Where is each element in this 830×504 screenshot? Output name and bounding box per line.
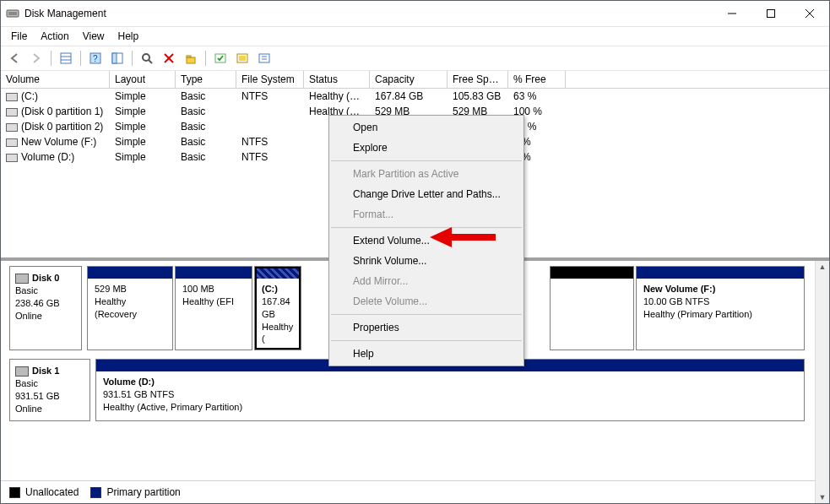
partition-stripe	[88, 267, 172, 279]
back-button[interactable]	[4, 48, 24, 68]
volume-row[interactable]: (C:)SimpleBasicNTFSHealthy (B...167.84 G…	[1, 89, 829, 104]
context-menu-item[interactable]: Shrink Volume...	[329, 251, 523, 271]
partition[interactable]: New Volume (F:)10.00 GB NTFSHealthy (Pri…	[636, 266, 805, 350]
partition[interactable]: Volume (D:)931.51 GB NTFSHealthy (Active…	[95, 359, 805, 420]
volume-name: (C:)	[21, 90, 38, 102]
volume-icon	[6, 123, 18, 132]
context-menu-separator	[331, 314, 522, 315]
context-menu-item[interactable]: Explore	[329, 138, 523, 158]
disk-info[interactable]: Disk 1Basic931.51 GBOnline	[9, 359, 90, 420]
volume-layout: Simple	[110, 89, 176, 103]
partition-line: 167.84 GB	[262, 295, 294, 321]
menu-file[interactable]: File	[4, 29, 34, 44]
volume-status: Healthy (B...	[304, 89, 370, 103]
help-button[interactable]: ?	[85, 48, 106, 68]
svg-rect-6	[61, 53, 71, 63]
partition[interactable]: 100 MBHealthy (EFI	[175, 266, 252, 350]
action-c-button[interactable]	[254, 48, 274, 68]
volume-icon	[6, 93, 18, 101]
minimize-button[interactable]	[713, 1, 751, 26]
window-controls	[713, 1, 829, 26]
partition-line: 100 MB	[182, 283, 245, 295]
col-freespace[interactable]: Free Spa...	[448, 71, 508, 88]
volume-name: (Disk 0 partition 2)	[21, 121, 103, 133]
partition-line: 529 MB	[95, 283, 165, 295]
disk-info[interactable]: Disk 0Basic238.46 GBOnline	[9, 266, 82, 350]
context-menu-item: Mark Partition as Active	[329, 164, 523, 184]
disk-row: Disk 1Basic931.51 GBOnlineVolume (D:)931…	[9, 359, 806, 420]
context-menu-item[interactable]: Extend Volume...	[329, 230, 523, 251]
disk-name: Disk 1	[32, 366, 59, 376]
action-a-button[interactable]	[210, 48, 231, 68]
new-volume-button[interactable]	[181, 48, 201, 68]
context-menu-item[interactable]: Help	[329, 344, 523, 364]
context-menu-item[interactable]: Properties	[329, 317, 523, 338]
svg-rect-21	[239, 56, 246, 61]
details-button[interactable]	[56, 48, 76, 68]
volume-layout: Simple	[110, 150, 176, 164]
disk-size: 931.51 GB	[15, 390, 84, 403]
partition[interactable]: 529 MBHealthy (Recovery	[87, 266, 173, 350]
legend-unallocated: Unallocated	[9, 486, 79, 498]
partition-line: 931.51 GB NTFS	[103, 388, 797, 401]
svg-rect-12	[112, 53, 117, 63]
vertical-scrollbar[interactable]: ▲ ▼	[815, 261, 829, 503]
col-filesystem[interactable]: File System	[236, 71, 304, 88]
volume-fs: NTFS	[236, 89, 304, 103]
volume-type: Basic	[176, 135, 236, 149]
partition-line: Healthy (Recovery	[95, 295, 165, 321]
delete-button[interactable]	[159, 48, 179, 68]
volume-name: New Volume (F:)	[21, 136, 96, 148]
menu-action[interactable]: Action	[34, 29, 75, 44]
scroll-up-icon[interactable]: ▲	[819, 263, 827, 271]
volume-name: Volume (D:)	[21, 151, 74, 163]
col-status[interactable]: Status	[304, 71, 370, 88]
maximize-button[interactable]	[751, 1, 790, 26]
context-menu: OpenExploreMark Partition as ActiveChang…	[328, 115, 524, 366]
volume-icon	[6, 108, 18, 117]
close-button[interactable]	[790, 1, 829, 26]
volume-type: Basic	[176, 120, 236, 133]
menu-view[interactable]: View	[76, 29, 111, 44]
menu-help[interactable]: Help	[111, 29, 146, 44]
svg-text:?: ?	[93, 54, 98, 63]
disk-name: Disk 0	[32, 273, 59, 283]
volume-name: (Disk 0 partition 1)	[21, 106, 103, 117]
partition-stripe	[637, 267, 804, 279]
col-capacity[interactable]: Capacity	[370, 71, 448, 88]
partition-unallocated[interactable]	[550, 266, 634, 350]
disk-status: Online	[15, 403, 84, 415]
panel-button[interactable]	[107, 48, 127, 68]
context-menu-separator	[331, 340, 522, 341]
disk-type: Basic	[15, 285, 76, 297]
action-b-button[interactable]	[232, 48, 252, 68]
volume-icon	[6, 154, 18, 162]
volume-layout: Simple	[110, 135, 176, 149]
context-menu-item[interactable]: Open	[329, 117, 523, 138]
toolbar: ?	[1, 46, 829, 71]
disk-size: 238.46 GB	[15, 297, 76, 310]
svg-rect-17	[187, 57, 195, 63]
app-icon	[6, 7, 19, 20]
col-volume[interactable]: Volume	[1, 71, 110, 88]
partition-line: Healthy (Primary Partition)	[643, 308, 797, 321]
volume-pct: 63 %	[508, 89, 566, 103]
scroll-down-icon[interactable]: ▼	[819, 493, 827, 501]
volume-fs: NTFS	[236, 135, 304, 149]
volume-fs: NTFS	[236, 150, 304, 164]
partition-container: Volume (D:)931.51 GB NTFSHealthy (Active…	[95, 359, 806, 420]
rescan-button[interactable]	[137, 48, 157, 68]
col-layout[interactable]: Layout	[110, 71, 176, 88]
partition[interactable]: (C:)167.84 GBHealthy (	[254, 266, 301, 350]
col-pctfree[interactable]: % Free	[508, 71, 566, 88]
volume-type: Basic	[176, 150, 236, 164]
titlebar: Disk Management	[1, 1, 829, 27]
volume-layout: Simple	[110, 120, 176, 133]
context-menu-separator	[331, 160, 522, 161]
menubar: File Action View Help	[1, 27, 829, 46]
context-menu-item: Delete Volume...	[329, 291, 523, 312]
context-menu-item[interactable]: Change Drive Letter and Paths...	[329, 184, 523, 204]
col-type[interactable]: Type	[176, 71, 236, 88]
volume-type: Basic	[176, 105, 236, 118]
forward-button[interactable]	[26, 48, 46, 68]
